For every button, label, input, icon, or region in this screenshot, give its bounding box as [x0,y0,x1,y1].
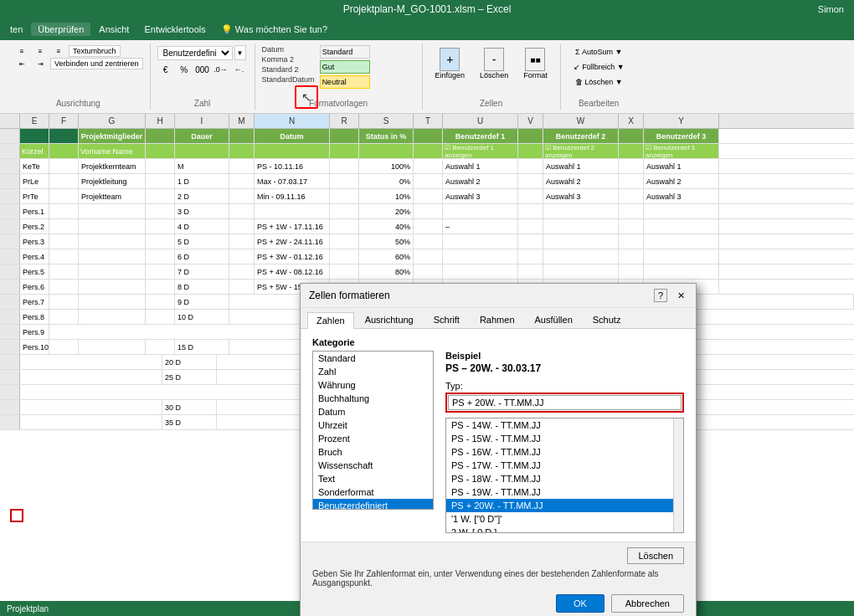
cell[interactable] [414,264,443,279]
cell-benutzerdef2-header[interactable]: Benutzerdef 2 [543,129,619,143]
dialog-ok-btn[interactable]: OK [556,594,604,613]
cell[interactable]: Projektleitung [79,174,146,188]
cell[interactable]: Projektteam [79,189,146,203]
cell[interactable] [49,249,79,264]
cell[interactable]: 60% [359,249,414,264]
cell[interactable] [330,219,359,234]
cell[interactable]: 3 D [175,204,229,218]
percent-btn[interactable]: % [176,62,193,77]
cell[interactable]: KeTe [20,159,49,173]
menu-item-ansicht[interactable]: Ansicht [92,23,136,36]
menu-item-ten[interactable]: ten [3,23,29,36]
cell[interactable] [644,264,719,279]
cell-benutzerdef3-header[interactable]: Benutzerdef 3 [644,129,719,143]
cell-datum-value[interactable]: PS - 10.11.16 [255,159,330,173]
dialog-help-btn[interactable]: ? [654,289,667,302]
cell[interactable]: Pers.1 [20,204,49,218]
cell[interactable] [414,189,443,203]
format-list[interactable]: PS - 14W. - TT.MM.JJ PS - 15W. - TT.MM.J… [445,418,684,533]
cell[interactable]: PS + 3W - 01.12.16 [255,249,330,264]
cell[interactable]: 1 D [175,174,229,188]
cell[interactable]: Auswahl 3 [443,189,518,203]
format-item-19w[interactable]: PS - 19W. - TT.MM.JJ [446,485,683,499]
cell[interactable]: Pers.7 [20,295,49,309]
menu-item-entwicklertools[interactable]: Entwicklertools [137,23,212,36]
cell[interactable]: Pers.3 [20,234,49,249]
cell[interactable] [146,310,175,324]
cell[interactable] [543,249,619,264]
format-list-scrollbar[interactable] [673,418,683,532]
cell[interactable] [146,249,175,264]
cell[interactable]: Pers.4 [20,249,49,264]
format-item-16w[interactable]: PS - 16W. - TT.MM.JJ [446,445,683,459]
cell[interactable] [79,340,146,354]
cell[interactable] [49,129,79,143]
cell[interactable]: 50% [359,234,414,249]
cell-dauer[interactable]: Dauer [175,129,229,143]
format-item-1w[interactable]: '1 W. ["0 D"]' [446,512,683,526]
format-btn[interactable]: ■■ Format [517,45,553,89]
cell[interactable] [229,264,255,279]
format-item-17w[interactable]: PS - 17W. - TT.MM.JJ [446,459,683,472]
cell[interactable] [414,219,443,234]
cell[interactable] [518,129,543,143]
cell[interactable] [644,204,719,218]
cell[interactable] [543,234,619,249]
cell[interactable] [619,129,644,143]
cell[interactable] [619,189,644,203]
cell[interactable]: 10 D [175,310,229,324]
category-item-bruch[interactable]: Bruch [313,445,433,459]
format-item-15w[interactable]: PS - 15W. - TT.MM.JJ [446,432,683,445]
cell[interactable] [79,234,146,249]
number-format-dropdown[interactable]: Benutzerdefiniert [157,46,233,60]
cell[interactable]: 6 D [175,249,229,264]
cell[interactable] [49,295,79,309]
cell[interactable] [330,189,359,203]
dialog-tab-zahlen[interactable]: Zahlen [307,312,354,329]
currency-btn[interactable]: € [157,62,174,77]
cell[interactable] [146,219,175,234]
cell[interactable] [49,189,79,203]
cell[interactable]: Pers.2 [20,219,49,234]
cell[interactable] [619,204,644,218]
cell[interactable] [79,249,146,264]
category-item-wissenschaft[interactable]: Wissenschaft [313,459,433,472]
cell[interactable] [414,129,443,143]
cell[interactable] [543,219,619,234]
cell-datum[interactable]: Datum [255,129,330,143]
cell[interactable] [79,264,146,279]
decimal-inc-btn[interactable]: .0→ [213,62,229,77]
cell[interactable] [229,189,255,203]
cell[interactable] [443,234,518,249]
cell[interactable] [414,174,443,188]
cell[interactable] [20,400,162,414]
cell[interactable] [619,174,644,188]
cell[interactable]: M [175,159,229,173]
cell[interactable] [146,174,175,188]
cell[interactable] [229,174,255,188]
cell[interactable]: Auswahl 2 [644,174,719,188]
einfuegen-btn[interactable]: + Einfügen [430,45,471,89]
indent-btn[interactable]: ⇤ [13,58,30,69]
cell-projektmitglieder[interactable]: Projektmitglieder [79,129,146,143]
cell[interactable]: 10% [359,189,414,203]
cell[interactable] [229,159,255,173]
cell[interactable]: Auswahl 1 [644,159,719,173]
cell[interactable] [619,264,644,279]
dialog-tab-ausfuellen[interactable]: Ausfüllen [526,311,582,328]
cell[interactable] [146,159,175,173]
cell-benutzerdef3-cb[interactable]: ☑ Benutzerdef 3 anzeigen [644,144,719,158]
style-preview-neutral[interactable]: Neutral [320,75,370,89]
cell-kurzel[interactable]: Kürzel [20,144,49,158]
cell[interactable] [414,249,443,264]
cell[interactable] [20,129,49,143]
category-item-datum[interactable]: Datum [313,405,433,418]
category-item-waehrung[interactable]: Währung [313,378,433,392]
decimal-dec-btn[interactable]: ←. [231,62,248,77]
cell[interactable] [543,204,619,218]
cell[interactable]: 2 D [175,189,229,203]
align-left-btn[interactable]: ≡ [13,45,30,57]
cell[interactable]: Auswahl 1 [543,159,619,173]
cell[interactable] [518,219,543,234]
cell[interactable]: PrTe [20,189,49,203]
